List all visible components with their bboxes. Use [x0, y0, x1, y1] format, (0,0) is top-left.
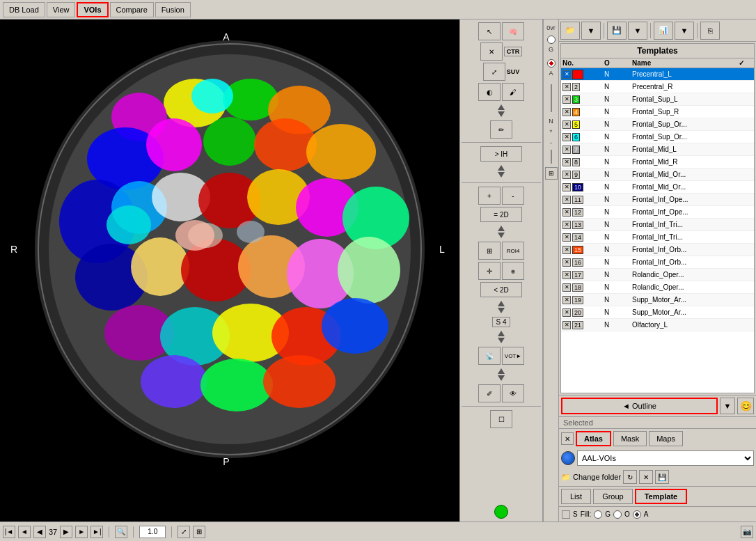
outline-button[interactable]: ◄ Outline [561, 398, 718, 414]
rcc-dash-button[interactable]: - [550, 139, 552, 146]
roi-connect-button[interactable]: ⊞ [478, 242, 501, 260]
ih-up-button[interactable] [498, 165, 505, 171]
nav-last-button[interactable]: ►| [90, 526, 103, 538]
rt-save-button[interactable]: 💾 [607, 22, 627, 40]
table-row[interactable]: ✕ 6 N Frontal_Sup_Or... [561, 131, 754, 143]
zoom-input[interactable] [139, 526, 166, 538]
table-row[interactable]: ✕ 8 N Frontal_Mid_R [561, 156, 754, 168]
rt-dropdown2-button[interactable]: ▼ [628, 22, 647, 40]
row-check-11[interactable]: ✕ [562, 196, 571, 204]
row-check-1[interactable]: ✕ [562, 70, 571, 79]
table-row[interactable]: ✕ 19 N Supp_Motor_Ar... [561, 294, 754, 306]
table-row[interactable]: ✕ 13 N Frontal_Inf_Tri... [561, 219, 754, 231]
cross-arrows-button[interactable]: ✛ [478, 262, 501, 280]
rt-export-button[interactable]: ⎘ [700, 22, 720, 40]
rt-dropdown1-button[interactable]: ▼ [581, 22, 601, 40]
change-folder-button[interactable]: 📁 Change folder [561, 473, 621, 482]
table-row[interactable]: ✕ 5 N Frontal_Sup_Or... [561, 118, 754, 131]
outline-face-button[interactable]: 😊 [737, 398, 754, 414]
camera-button[interactable]: 📷 [741, 526, 753, 538]
2d-up-button[interactable] [498, 226, 505, 231]
template-tab-button[interactable]: Template [635, 489, 687, 504]
row-check-3[interactable]: ✕ [562, 95, 571, 104]
save-folder-button[interactable]: 💾 [655, 470, 669, 484]
spin-button[interactable]: ⎈ [502, 262, 524, 280]
vot-button[interactable]: VOT► [502, 347, 524, 365]
table-row[interactable]: ✕ 20 N Supp_Motor_Ar... [561, 306, 754, 319]
close-folder-button[interactable]: ✕ [639, 470, 653, 484]
table-row[interactable]: ✕ 2 N Precentral_R [561, 81, 754, 93]
row-check-7[interactable]: ✕ [562, 146, 571, 154]
row-check-20[interactable]: ✕ [562, 308, 571, 317]
rcc-star-button[interactable]: * [550, 129, 553, 136]
minus-button[interactable]: - [502, 187, 524, 205]
s-checkbox[interactable] [562, 510, 570, 519]
roi-button[interactable]: ROI4 [502, 242, 524, 260]
table-row[interactable]: ✕ 10 N Frontal_Mid_Or... [561, 181, 754, 194]
table-row[interactable]: ✕ 7 N Frontal_Mid_L [561, 143, 754, 156]
eye-button[interactable]: 👁 [502, 384, 524, 402]
plus-button[interactable]: + [478, 187, 501, 205]
row-check-15[interactable]: ✕ [562, 246, 571, 254]
move-tool-button[interactable]: ⤢ [483, 63, 505, 81]
nav-prev-button[interactable]: ◄ [18, 526, 31, 538]
slice-down-button[interactable] [498, 111, 505, 117]
row-check-9[interactable]: ✕ [562, 171, 571, 179]
atlas-tab-button[interactable]: Atlas [576, 431, 611, 446]
rt-dropdown3-button[interactable]: ▼ [675, 22, 694, 40]
table-row[interactable]: ✕ 4 N Frontal_Sup_R [561, 106, 754, 118]
table-row[interactable]: ✕ 9 N Frontal_Mid_Or... [561, 168, 754, 181]
view-button[interactable]: View [47, 2, 76, 17]
pencil-tool-button[interactable]: ✏ [490, 120, 512, 139]
cursor-tool-button[interactable]: ↖ [478, 22, 501, 40]
row-check-2[interactable]: ✕ [562, 83, 571, 91]
expand-button[interactable]: ⊞ [193, 526, 205, 538]
ctrl-down-button[interactable] [498, 375, 505, 381]
brightness-button[interactable]: ◐ [478, 83, 501, 101]
lt2d-up-button[interactable] [498, 301, 505, 306]
row-check-19[interactable]: ✕ [562, 296, 571, 304]
fill-radio-g[interactable] [594, 510, 602, 519]
slice-up-button[interactable] [498, 104, 505, 110]
red-radio-button[interactable] [547, 59, 556, 68]
s4-up-button[interactable] [498, 331, 505, 336]
table-row[interactable]: ✕ 18 N Rolandic_Oper... [561, 281, 754, 294]
circle-button[interactable] [547, 36, 556, 44]
x-button[interactable]: ✕ [480, 42, 503, 61]
fill-radio-o[interactable] [613, 510, 622, 519]
lt2d-button[interactable]: < 2D [480, 282, 522, 297]
row-check-10[interactable]: ✕ [562, 183, 571, 191]
table-row[interactable]: ✕ 16 N Frontal_Inf_Orb... [561, 256, 754, 269]
ih-button[interactable]: > IH [480, 146, 522, 162]
fill-radio-a[interactable] [633, 510, 641, 519]
row-check-14[interactable]: ✕ [562, 233, 571, 242]
paint-button[interactable]: 🖌 [502, 83, 524, 101]
table-row[interactable]: ✕ 14 N Frontal_Inf_Tri... [561, 231, 754, 244]
draw-button[interactable]: ✐ [478, 384, 501, 402]
row-check-13[interactable]: ✕ [562, 221, 571, 229]
list-tab-button[interactable]: List [561, 489, 591, 504]
table-row[interactable]: ✕ 17 N Rolandic_Oper... [561, 269, 754, 281]
2d-down-button[interactable] [498, 233, 505, 238]
table-row[interactable]: ✕ 12 N Frontal_Inf_Ope... [561, 206, 754, 219]
nav-prev2-button[interactable]: ◀ [33, 526, 46, 538]
rt-chart-button[interactable]: 📊 [654, 22, 673, 40]
ih-down-button[interactable] [498, 172, 505, 178]
aal-select[interactable]: AAL-VOIs [577, 450, 754, 466]
s4-down-button[interactable] [498, 338, 505, 343]
table-row[interactable]: ✕ 22 N Olfactory_R [561, 331, 754, 333]
row-check-8[interactable]: ✕ [562, 158, 571, 166]
mask-tab-button[interactable]: Mask [613, 431, 647, 446]
rcc-n-label[interactable]: N [546, 116, 557, 127]
table-row[interactable]: ✕ 15 N Frontal_Inf_Orb... [561, 244, 754, 256]
box-button[interactable]: ☐ [490, 410, 512, 428]
resize-button[interactable]: ⤢ [178, 526, 190, 538]
refresh-button[interactable]: ↻ [623, 470, 637, 484]
row-check-12[interactable]: ✕ [562, 208, 571, 217]
maps-tab-button[interactable]: Maps [649, 431, 683, 446]
table-row[interactable]: ✕ 3 N Frontal_Sup_L [561, 93, 754, 106]
db-load-button[interactable]: DB Load [3, 2, 45, 17]
fusion-button[interactable]: Fusion [155, 2, 191, 17]
table-row[interactable]: ✕ 21 N Olfactory_L [561, 319, 754, 331]
table-row[interactable]: ✕ 11 N Frontal_Inf_Ope... [561, 194, 754, 206]
